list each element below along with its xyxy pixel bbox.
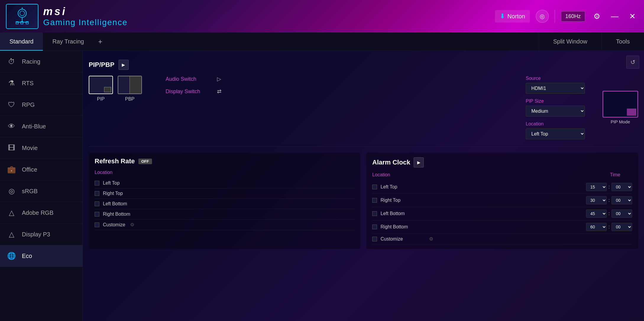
refresh-rate-row-left-bottom: Left Bottom [95, 199, 355, 209]
display-p3-icon: △ [7, 230, 16, 238]
refresh-button[interactable]: ↺ [626, 56, 639, 69]
time-colon-2: : [609, 198, 610, 203]
minimize-button[interactable]: — [609, 11, 621, 22]
sidebar-label-srgb: sRGB [22, 188, 38, 195]
sidebar-item-racing[interactable]: ⏱ Racing [0, 51, 82, 72]
location-label: Location [526, 121, 585, 127]
norton-label: Norton [507, 13, 525, 20]
pip-mode-card[interactable]: PIP [89, 76, 113, 102]
pbp-card-box [118, 76, 142, 94]
alarm-clock-section: Alarm Clock ▶ Location Time Left Top 15 [366, 153, 638, 249]
refresh-icon: ↺ [630, 59, 635, 66]
anti-blue-icon: 👁 [7, 122, 16, 130]
refresh-rate-label-left-bottom: Left Bottom [103, 201, 127, 207]
sidebar-item-eco[interactable]: 🌐 Eco [0, 245, 82, 267]
refresh-rate-checkbox-right-bottom[interactable] [95, 212, 99, 217]
refresh-rate-checkbox-left-top[interactable] [95, 181, 99, 185]
alarm-checkbox-customize[interactable] [372, 237, 377, 241]
alarm-clock-play-button[interactable]: ▶ [414, 157, 424, 167]
tab-ray-tracing[interactable]: Ray Tracing [43, 33, 93, 51]
svg-point-0 [18, 9, 26, 17]
app-logo-icon [6, 4, 38, 29]
alarm-clock-title: Alarm Clock [372, 159, 410, 166]
refresh-rate-checkbox-customize[interactable] [95, 222, 99, 227]
source-setting: Source HDMI1 HDMI2 DisplayPort USB-C [526, 76, 585, 94]
alarm-checkbox-right-bottom[interactable] [372, 225, 377, 229]
refresh-rate-row-right-top: Right Top [95, 188, 355, 199]
pbp-card-label: PBP [125, 96, 135, 102]
sidebar-label-adobe-rgb: Adobe RGB [22, 209, 54, 216]
pbp-inner-box [118, 76, 141, 93]
pip-card-label: PIP [97, 96, 105, 102]
tab-add-button[interactable]: + [93, 33, 107, 51]
hz-badge: 160Hz [561, 11, 585, 22]
pip-pbp-play-button[interactable]: ▶ [119, 60, 129, 70]
sidebar-item-srgb[interactable]: ◎ sRGB [0, 180, 82, 202]
refresh-rate-label-right-bottom: Right Bottom [103, 212, 130, 217]
alarm-label-left-top: Left Top [381, 184, 428, 190]
close-button[interactable]: ✕ [627, 11, 638, 22]
sidebar-label-display-p3: Display P3 [22, 231, 50, 238]
alarm-hour-left-bottom[interactable]: 45 [586, 209, 607, 218]
sidebar-item-display-p3[interactable]: △ Display P3 [0, 224, 82, 245]
section-divider [89, 146, 638, 147]
tab-ray-tracing-label: Ray Tracing [52, 38, 84, 45]
pip-pbp-row: PIP PBP Audio Switch ▷ [89, 76, 638, 139]
download-icon: ⬇ [500, 12, 505, 20]
pip-mode-label: PIP Mode [611, 119, 630, 124]
alarm-hour-right-bottom[interactable]: 60 [586, 223, 607, 231]
sidebar-item-adobe-rgb[interactable]: △ Adobe RGB [0, 202, 82, 224]
title-bar: msi Gaming Intelligence ⬇ Norton ◎ 160Hz… [0, 0, 644, 33]
sidebar-label-office: Office [22, 166, 37, 173]
alarm-checkbox-left-top[interactable] [372, 185, 377, 189]
sidebar-item-anti-blue[interactable]: 👁 Anti-Blue [0, 116, 82, 137]
alarm-row-left-top: Left Top 15 : 00 [372, 180, 632, 194]
tab-tools[interactable]: Tools [601, 33, 644, 51]
sidebar-item-office[interactable]: 💼 Office [0, 159, 82, 180]
refresh-rate-checkbox-right-top[interactable] [95, 191, 99, 196]
office-icon: 💼 [7, 165, 16, 174]
rpg-icon: 🛡 [7, 101, 16, 109]
sidebar-label-movie: Movie [22, 145, 38, 151]
norton-button[interactable]: ⬇ Norton [495, 10, 530, 22]
alarm-min-left-bottom[interactable]: 00 [611, 209, 632, 218]
location-select[interactable]: Left Top Right Top Left Bottom Right Bot… [526, 128, 585, 139]
source-select[interactable]: HDMI1 HDMI2 DisplayPort USB-C [526, 83, 585, 94]
pip-preview-inner [627, 109, 636, 116]
pip-size-select[interactable]: Small Medium Large [526, 106, 585, 117]
content-area: ↺ PIP/PBP ▶ PIP [83, 51, 644, 321]
time-colon-1: : [609, 184, 610, 190]
eco-icon: 🌐 [7, 252, 16, 260]
alarm-table-header: Location Time [372, 172, 632, 178]
sidebar-label-rts: RTS [22, 80, 34, 87]
sidebar-label-rpg: RPG [22, 101, 35, 108]
alarm-hour-right-top[interactable]: 30 [586, 196, 607, 204]
sidebar-item-rts[interactable]: ⚗ RTS [0, 72, 82, 94]
alarm-hour-left-top[interactable]: 15 [586, 183, 607, 191]
pbp-mode-card[interactable]: PBP [118, 76, 142, 102]
display-switch-icon[interactable]: ⇄ [217, 88, 221, 95]
sidebar-item-rpg[interactable]: 🛡 RPG [0, 94, 82, 116]
alarm-customize-gear-icon[interactable]: ⚙ [429, 236, 433, 242]
pip-controls: Audio Switch ▷ Display Switch ⇄ [166, 76, 221, 95]
audio-switch-icon[interactable]: ▷ [217, 76, 221, 82]
alarm-location-header: Location [372, 172, 431, 178]
refresh-rate-checkbox-left-bottom[interactable] [95, 201, 99, 206]
sidebar-item-movie[interactable]: 🎞 Movie [0, 137, 82, 159]
refresh-rate-label-right-top: Right Top [103, 191, 123, 196]
alarm-min-right-bottom[interactable]: 00 [611, 223, 632, 231]
tab-standard[interactable]: Standard [0, 33, 43, 51]
alarm-checkbox-left-bottom[interactable] [372, 211, 377, 216]
circle-menu-button[interactable]: ◎ [536, 10, 549, 23]
settings-button[interactable]: ⚙ [591, 11, 603, 22]
alarm-min-left-top[interactable]: 00 [611, 183, 632, 191]
alarm-time-header: Time [610, 172, 620, 178]
audio-switch-row: Audio Switch ▷ [166, 76, 221, 82]
alarm-min-right-top[interactable]: 00 [611, 196, 632, 204]
tab-split-window[interactable]: Split Window [539, 33, 602, 51]
adobe-rgb-icon: △ [7, 209, 16, 217]
refresh-rate-customize-gear-icon[interactable]: ⚙ [130, 222, 134, 228]
brand-subtitle: Gaming Intelligence [43, 18, 127, 27]
alarm-checkbox-right-top[interactable] [372, 198, 377, 203]
play-icon: ▶ [122, 62, 125, 67]
